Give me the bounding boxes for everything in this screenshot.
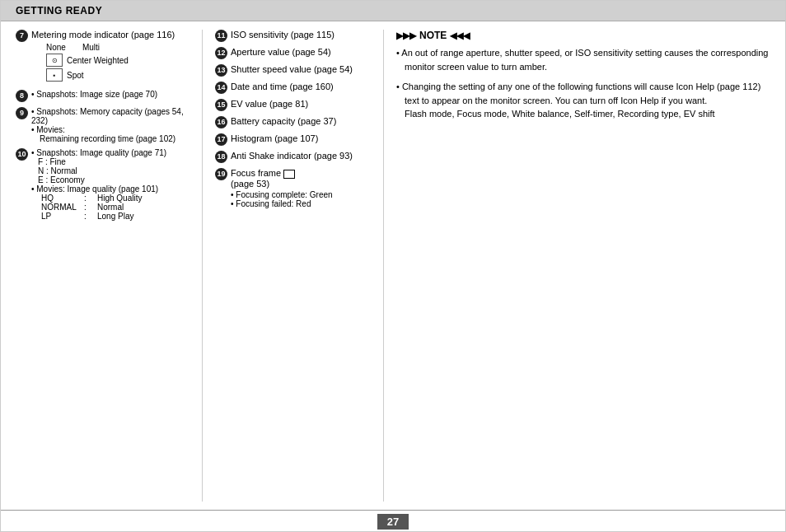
- page-number: 27: [377, 514, 409, 530]
- item-11-title: ISO sensitivity (page 115): [231, 30, 335, 40]
- item-18-title: Anti Shake indicator (page 93): [231, 151, 353, 161]
- item-11: 11 ISO sensitivity (page 115): [215, 30, 375, 42]
- center-weighted-icon: ⊙: [46, 54, 63, 67]
- item-12: 12 Aperture value (page 54): [215, 47, 375, 59]
- item-12-number: 12: [215, 47, 227, 59]
- item-19-title: Focus frame: [231, 168, 283, 178]
- item-16-title: Battery capacity (page 37): [231, 116, 336, 126]
- item-13-title: Shutter speed value (page 54): [231, 64, 353, 74]
- spot-icon: ▪: [46, 68, 63, 82]
- page-footer: 27: [1, 510, 785, 531]
- item-18-number: 18: [215, 151, 227, 163]
- page-header: GETTING READY: [1, 1, 785, 21]
- note-section: ▶▶▶ NOTE ◀◀◀ • An out of range aperture,…: [396, 30, 773, 121]
- middle-column: 11 ISO sensitivity (page 115) 12 Apertur…: [203, 30, 384, 502]
- item-10-number: 10: [16, 148, 28, 161]
- left-column: 7 Metering mode indicator (page 116) Non…: [1, 30, 203, 502]
- item-17: 17 Histogram (page 107): [215, 133, 375, 146]
- item-14: 14 Date and time (page 160): [215, 82, 375, 94]
- item-14-title: Date and time (page 160): [231, 82, 334, 91]
- quality-table: HQ : High Quality NORMAL : Normal LP :: [41, 194, 194, 221]
- item-13: 13 Shutter speed value (page 54): [215, 64, 375, 77]
- focus-frame-icon: [283, 170, 295, 179]
- note-arrow-left: ▶▶▶: [396, 30, 416, 41]
- item-9: 9 • Snapshots: Memory capacity (pages 54…: [16, 107, 194, 143]
- item-9-number: 9: [16, 107, 28, 119]
- metering-row-center: ⊙ Center Weighted: [46, 54, 194, 67]
- item-7: 7 Metering mode indicator (page 116) Non…: [16, 30, 194, 85]
- note-bullet-1: • An out of range aperture, shutter spee…: [396, 46, 773, 73]
- item-19: 19 Focus frame (page 53) • Focusing comp…: [215, 168, 375, 208]
- item-16-number: 16: [215, 116, 227, 128]
- note-header: ▶▶▶ NOTE ◀◀◀: [396, 30, 773, 41]
- item-7-number: 7: [16, 30, 28, 42]
- note-label: NOTE: [419, 30, 447, 41]
- item-15-number: 15: [215, 99, 227, 111]
- note-bullet-2: • Changing the setting of any one of the…: [396, 80, 773, 121]
- metering-header: None Multi: [46, 43, 194, 52]
- item-14-number: 14: [215, 82, 227, 94]
- item-7-title: Metering mode indicator (page 116): [31, 30, 175, 40]
- item-18: 18 Anti Shake indicator (page 93): [215, 151, 375, 163]
- item-11-number: 11: [215, 30, 227, 42]
- item-10: 10 • Snapshots: Image quality (page 71) …: [16, 148, 194, 221]
- item-8-number: 8: [16, 90, 28, 102]
- item-8: 8 • Snapshots: Image size (page 70): [16, 90, 194, 102]
- item-17-title: Histogram (page 107): [231, 133, 318, 143]
- item-16: 16 Battery capacity (page 37): [215, 116, 375, 128]
- right-column: ▶▶▶ NOTE ◀◀◀ • An out of range aperture,…: [384, 30, 785, 502]
- item-15: 15 EV value (page 81): [215, 99, 375, 111]
- metering-row-spot: ▪ Spot: [46, 68, 194, 82]
- item-12-title: Aperture value (page 54): [231, 47, 331, 57]
- metering-table: None Multi ⊙ Center Weighted ▪ Spot: [46, 43, 194, 82]
- header-title: GETTING READY: [16, 5, 102, 16]
- item-15-title: EV value (page 81): [231, 99, 308, 109]
- item-19-number: 19: [215, 168, 227, 180]
- note-arrow-right: ◀◀◀: [450, 30, 470, 41]
- item-13-number: 13: [215, 64, 227, 77]
- item-17-number: 17: [215, 133, 227, 146]
